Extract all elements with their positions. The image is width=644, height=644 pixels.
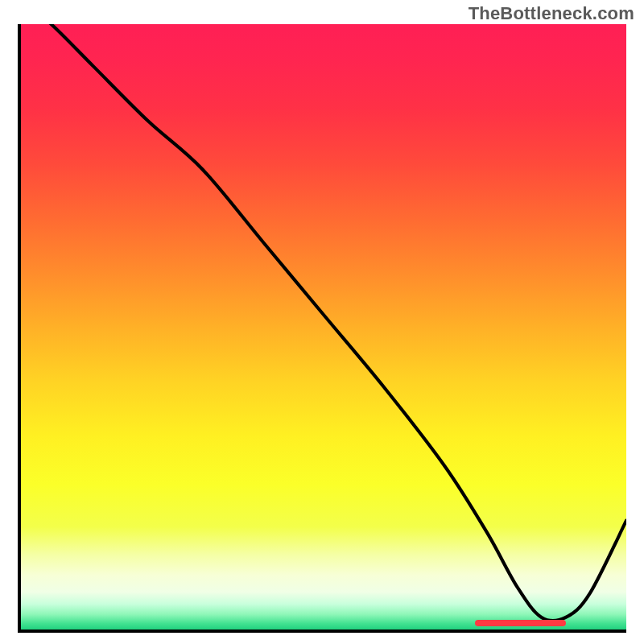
- watermark-text: TheBottleneck.com: [469, 3, 634, 24]
- heatmap-background: [21, 24, 626, 630]
- optimal-range-marker: [475, 620, 566, 626]
- chart-stage: TheBottleneck.com: [0, 0, 644, 644]
- chart-area: [18, 24, 626, 633]
- chart-svg: [21, 24, 626, 630]
